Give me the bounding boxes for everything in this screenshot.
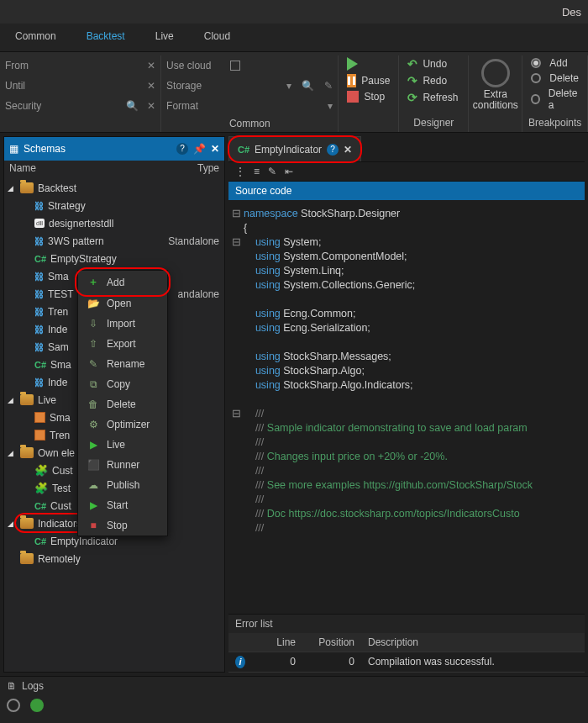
menu-add[interactable]: ＋Add bbox=[78, 271, 167, 293]
tree-item[interactable]: dlldesignertestdll bbox=[34, 214, 224, 232]
security-field[interactable] bbox=[52, 98, 121, 114]
tree-item[interactable]: C#EmptyStrategy bbox=[34, 250, 224, 267]
security-search-icon[interactable]: 🔍 bbox=[126, 100, 139, 112]
tab-live[interactable]: Live bbox=[140, 24, 189, 51]
tree-node-remotely[interactable]: Remotely bbox=[8, 550, 224, 567]
menu-stop[interactable]: ■Stop bbox=[78, 515, 167, 536]
from-field[interactable] bbox=[52, 57, 142, 74]
menu-open[interactable]: 📂Open bbox=[78, 293, 167, 314]
tab-backtest[interactable]: Backtest bbox=[71, 24, 140, 51]
storage-edit-icon[interactable]: ✎ bbox=[324, 80, 333, 92]
breakpoint-add[interactable]: Add bbox=[528, 55, 582, 71]
undo-button[interactable]: ↶Undo bbox=[404, 55, 463, 72]
tab-common[interactable]: Common bbox=[0, 24, 71, 51]
strategy-icon: ⛓ bbox=[34, 236, 44, 246]
close-panel-icon[interactable]: ✕ bbox=[211, 143, 219, 155]
menu-delete[interactable]: 🗑Delete bbox=[78, 394, 167, 414]
close-tab-icon[interactable]: ✕ bbox=[344, 144, 352, 156]
breakpoint-delete[interactable]: Delete bbox=[528, 71, 582, 86]
menu-start[interactable]: ▶Start bbox=[78, 495, 167, 515]
title-text: Des bbox=[562, 6, 581, 18]
publish-icon: ☁ bbox=[87, 479, 100, 491]
document-tab[interactable]: C# EmptyIndicator ? ✕ bbox=[228, 136, 361, 161]
status-dot-add[interactable] bbox=[30, 699, 44, 712]
menu-optimizer[interactable]: ⚙Optimizer bbox=[78, 414, 167, 435]
storage-dropdown-icon[interactable]: ▾ bbox=[286, 80, 291, 92]
menu-live[interactable]: ▶Live bbox=[78, 435, 167, 455]
folder-icon bbox=[20, 182, 34, 193]
col-position[interactable]: Position bbox=[302, 633, 361, 652]
redo-icon: ↷ bbox=[407, 74, 417, 87]
toolbar-icon[interactable]: ✎ bbox=[268, 166, 276, 177]
storage-field[interactable] bbox=[230, 77, 281, 94]
pause-button[interactable]: Pause bbox=[344, 72, 393, 89]
usecloud-checkbox[interactable] bbox=[230, 61, 240, 71]
puzzle-icon: 🧩 bbox=[34, 482, 48, 494]
csharp-icon: C# bbox=[238, 145, 249, 155]
security-label: Security bbox=[5, 100, 47, 112]
format-label: Format bbox=[166, 100, 225, 112]
col-description[interactable]: Description bbox=[361, 633, 585, 652]
tree-item[interactable]: ⛓Strategy bbox=[34, 197, 224, 214]
play-icon bbox=[347, 57, 358, 71]
stop-button[interactable]: Stop bbox=[344, 89, 393, 104]
stop-menu-icon: ■ bbox=[87, 520, 100, 531]
extra-conditions-button[interactable] bbox=[481, 59, 510, 87]
toolbar-icon[interactable]: ⋮ bbox=[235, 166, 245, 177]
redo-button[interactable]: ↷Redo bbox=[404, 72, 463, 89]
col-line[interactable]: Line bbox=[252, 633, 302, 652]
folder-icon bbox=[20, 518, 34, 529]
delete-icon: 🗑 bbox=[87, 398, 100, 410]
storage-search-icon[interactable]: 🔍 bbox=[302, 80, 314, 92]
editor-area: C# EmptyIndicator ? ✕ ⋮ ≡ ✎ ⇤ Source cod… bbox=[228, 136, 585, 673]
folder-icon bbox=[20, 447, 34, 458]
editor-toolbar: ⋮ ≡ ✎ ⇤ bbox=[228, 161, 585, 182]
start-button[interactable] bbox=[344, 55, 393, 72]
until-field[interactable] bbox=[52, 77, 142, 94]
help-icon[interactable]: ? bbox=[176, 143, 188, 155]
menu-import[interactable]: ⇩Import bbox=[78, 314, 167, 334]
menu-runner[interactable]: ⬛Runner bbox=[78, 455, 167, 475]
refresh-button[interactable]: ⟳Refresh bbox=[404, 89, 463, 106]
menu-export[interactable]: ⇧Export bbox=[78, 334, 167, 354]
strategy-icon: ⛓ bbox=[34, 201, 44, 211]
help-icon[interactable]: ? bbox=[327, 144, 339, 156]
plus-icon: ＋ bbox=[87, 275, 100, 289]
export-icon: ⇧ bbox=[87, 338, 100, 350]
tree-node-backtest[interactable]: ◢Backtest bbox=[8, 179, 224, 197]
clear-until-icon[interactable]: ✕ bbox=[147, 80, 155, 92]
toolbar-icon[interactable]: ⇤ bbox=[285, 166, 293, 177]
error-row[interactable]: i 0 0 Compilation was successful. bbox=[228, 652, 585, 673]
until-label: Until bbox=[5, 80, 47, 92]
csharp-icon: C# bbox=[34, 360, 46, 370]
strategy-icon: ⛓ bbox=[34, 377, 44, 388]
dll-icon: dll bbox=[34, 219, 45, 228]
live-icon: ▶ bbox=[87, 439, 100, 451]
tree-item[interactable]: ⛓3WS patternStandalone bbox=[34, 232, 224, 250]
col-name[interactable]: Name bbox=[9, 162, 197, 176]
square-icon bbox=[34, 412, 45, 423]
menu-copy[interactable]: ⧉Copy bbox=[78, 374, 167, 394]
code-view[interactable]: ⊟namespace StockSharp.Designer{⊟ using S… bbox=[228, 203, 585, 610]
bottom-bar: 🗎Logs bbox=[0, 676, 588, 723]
menu-rename[interactable]: ✎Rename bbox=[78, 354, 167, 374]
context-menu: ＋Add 📂Open ⇩Import ⇧Export ✎Rename ⧉Copy… bbox=[77, 270, 168, 536]
title-bar: Des bbox=[0, 0, 588, 24]
clear-security-icon[interactable]: ✕ bbox=[147, 100, 155, 112]
breakpoint-delete-all[interactable]: Delete a bbox=[528, 86, 582, 113]
clear-from-icon[interactable]: ✕ bbox=[147, 60, 155, 71]
tab-cloud[interactable]: Cloud bbox=[189, 24, 245, 51]
menu-publish[interactable]: ☁Publish bbox=[78, 475, 167, 495]
pin-icon[interactable]: 📌 bbox=[193, 143, 206, 155]
logs-icon: 🗎 bbox=[7, 680, 17, 692]
status-dot[interactable] bbox=[7, 699, 20, 712]
format-dropdown-icon[interactable]: ▾ bbox=[328, 100, 333, 112]
logs-tab[interactable]: 🗎Logs bbox=[0, 677, 588, 695]
error-list-title: Error list bbox=[228, 615, 585, 633]
col-type[interactable]: Type bbox=[197, 162, 219, 176]
from-label: From bbox=[5, 60, 47, 71]
csharp-icon: C# bbox=[34, 501, 46, 511]
format-field[interactable] bbox=[230, 98, 323, 114]
radio-on-icon bbox=[531, 58, 541, 68]
toolbar-icon[interactable]: ≡ bbox=[254, 166, 260, 177]
